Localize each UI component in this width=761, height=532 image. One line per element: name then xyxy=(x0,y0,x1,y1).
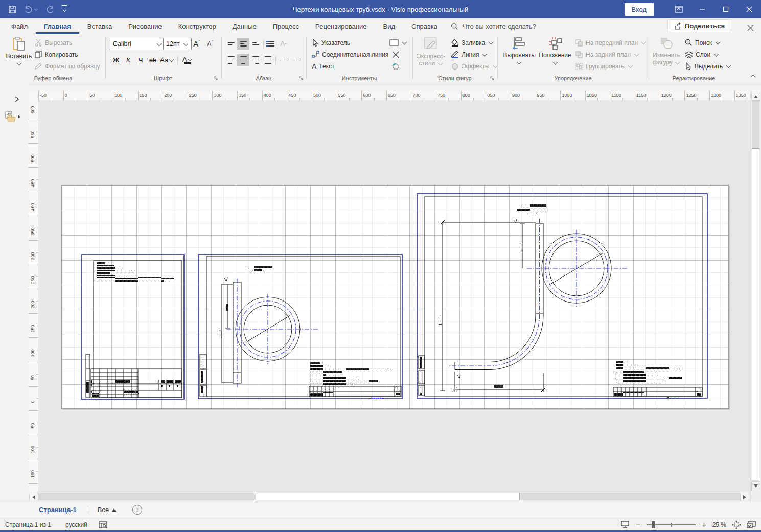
scroll-down-icon[interactable] xyxy=(751,481,760,490)
align-top-button[interactable] xyxy=(225,38,237,50)
decrease-indent-button[interactable]: ← xyxy=(278,54,290,66)
justify-button[interactable] xyxy=(262,54,274,66)
font-color-button[interactable]: A xyxy=(180,54,195,66)
horizontal-ruler[interactable]: -500501001502002503003504004505005506006… xyxy=(28,91,750,101)
rectangle-tool-button[interactable] xyxy=(389,37,407,49)
align-right-button[interactable] xyxy=(249,54,262,66)
drawing-sheet-1[interactable] xyxy=(81,254,185,400)
scroll-right-icon[interactable] xyxy=(740,493,749,501)
line-tool-button[interactable] xyxy=(389,49,402,60)
drawing-sheet-3[interactable] xyxy=(417,193,708,399)
tab-6[interactable]: Рецензирование xyxy=(307,19,375,34)
find-button[interactable]: Поиск xyxy=(685,37,731,49)
undo-icon[interactable] xyxy=(24,5,38,13)
tell-me-search[interactable]: Что вы хотите сделать? xyxy=(446,19,541,34)
copy-button[interactable]: Копировать xyxy=(35,49,100,60)
bold-button[interactable]: Ж xyxy=(110,54,122,66)
line-style-button[interactable]: Линия xyxy=(451,49,498,60)
tab-3[interactable]: Конструктор xyxy=(170,19,224,34)
fit-page-icon[interactable] xyxy=(732,521,741,529)
ribbon-display-options-icon[interactable] xyxy=(667,0,690,18)
paste-button[interactable]: Вставить xyxy=(4,36,34,67)
scroll-up-icon[interactable] xyxy=(751,92,760,101)
tab-5[interactable]: Процесс xyxy=(265,19,307,34)
underline-button[interactable]: Ч xyxy=(134,54,147,66)
send-to-back-button[interactable]: На задний план xyxy=(575,49,647,60)
font-family-select[interactable]: Calibri xyxy=(110,38,165,50)
grow-font-button[interactable]: Aˆ xyxy=(191,38,203,50)
font-dialog-launcher[interactable] xyxy=(214,76,218,81)
vertical-scroll-thumb[interactable] xyxy=(752,148,759,480)
vertical-scrollbar[interactable] xyxy=(750,91,761,501)
align-middle-button[interactable] xyxy=(237,38,249,50)
cut-button[interactable]: Вырезать xyxy=(35,37,100,49)
signin-button[interactable]: Вход xyxy=(625,3,654,16)
drawing-canvas[interactable] xyxy=(38,100,750,492)
maximize-button[interactable] xyxy=(714,0,737,18)
drawing-sheet-2[interactable] xyxy=(198,254,403,399)
bring-to-front-button[interactable]: На передний план xyxy=(575,37,647,49)
shrink-font-button[interactable]: Aˇ xyxy=(204,38,216,50)
text-direction-button[interactable]: A⌐ xyxy=(278,38,290,50)
layers-button[interactable]: Слои xyxy=(685,49,731,60)
align-left-button[interactable] xyxy=(225,54,237,66)
add-page-button[interactable]: + xyxy=(132,505,142,515)
switch-windows-icon[interactable] xyxy=(747,521,756,528)
scroll-left-icon[interactable] xyxy=(29,493,38,501)
change-case-button[interactable]: Aa xyxy=(159,54,175,66)
stencil-icon[interactable] xyxy=(5,111,21,122)
text-tool-button[interactable]: A Текст xyxy=(312,60,388,72)
page-status[interactable]: Страница 1 из 1 xyxy=(5,521,51,528)
bullets-button[interactable] xyxy=(265,38,278,50)
zoom-slider[interactable] xyxy=(647,524,696,525)
all-pages-button[interactable]: Все xyxy=(98,506,116,514)
minimize-button[interactable] xyxy=(690,0,714,18)
collapse-ribbon-icon[interactable] xyxy=(750,72,756,80)
pointer-tool-button[interactable]: Указатель xyxy=(312,37,388,49)
tab-1[interactable]: Вставка xyxy=(79,19,120,34)
tab-0[interactable]: Главная xyxy=(36,19,79,34)
position-button[interactable]: Положение xyxy=(537,36,573,66)
expand-shapes-icon[interactable] xyxy=(14,96,19,102)
shape-styles-dialog-launcher[interactable] xyxy=(490,76,495,81)
redo-icon[interactable] xyxy=(45,5,55,13)
group-button[interactable]: Группировать xyxy=(575,60,647,72)
align-bottom-button[interactable] xyxy=(249,38,262,50)
save-icon[interactable] xyxy=(8,5,17,14)
presentation-mode-icon[interactable] xyxy=(620,521,630,528)
paragraph-dialog-launcher[interactable] xyxy=(299,76,304,81)
customize-qat-icon[interactable] xyxy=(62,5,67,14)
macro-window-icon[interactable] xyxy=(99,521,107,528)
tab-2[interactable]: Рисование xyxy=(120,19,170,34)
zoom-in-icon[interactable]: + xyxy=(702,520,706,529)
tab-8[interactable]: Справка xyxy=(403,19,446,34)
zoom-out-icon[interactable]: − xyxy=(636,520,640,529)
zoom-level[interactable]: 25 % xyxy=(712,521,726,528)
vertical-ruler[interactable]: 600550500450400350300250200150100500-50-… xyxy=(28,100,39,492)
close-button[interactable] xyxy=(737,0,761,18)
align-button[interactable]: Выровнять xyxy=(502,36,536,66)
fill-button[interactable]: Заливка xyxy=(451,37,498,49)
increase-indent-button[interactable]: → xyxy=(290,54,302,66)
italic-button[interactable]: К xyxy=(122,54,134,66)
tab-file[interactable]: Файл xyxy=(3,19,36,34)
horizontal-scrollbar[interactable] xyxy=(28,492,750,501)
align-center-button[interactable] xyxy=(237,54,249,66)
strikethrough-button[interactable]: ab xyxy=(147,54,159,66)
page-tab[interactable]: Страница-1 xyxy=(37,503,79,517)
change-shape-button[interactable]: Изменить фигуру xyxy=(651,36,682,66)
effects-button[interactable]: Эффекты xyxy=(451,60,498,72)
font-size-select[interactable]: 12пт xyxy=(163,38,192,50)
close-document-icon[interactable] xyxy=(747,25,754,31)
share-button[interactable]: Поделиться xyxy=(667,19,731,32)
quick-styles-button[interactable]: Экспресс-стили xyxy=(415,36,447,67)
connector-tool-button[interactable]: Соединительная линия xyxy=(312,49,388,60)
horizontal-scroll-thumb[interactable] xyxy=(256,493,520,500)
tab-7[interactable]: Вид xyxy=(375,19,403,34)
tab-4[interactable]: Данные xyxy=(224,19,265,34)
zoom-slider-thumb[interactable] xyxy=(652,521,655,528)
format-painter-button[interactable]: Формат по образцу xyxy=(35,60,100,72)
rotate-shape-button[interactable] xyxy=(389,60,402,72)
language-status[interactable]: русский xyxy=(65,521,87,528)
select-button[interactable]: Выделить xyxy=(685,60,731,72)
